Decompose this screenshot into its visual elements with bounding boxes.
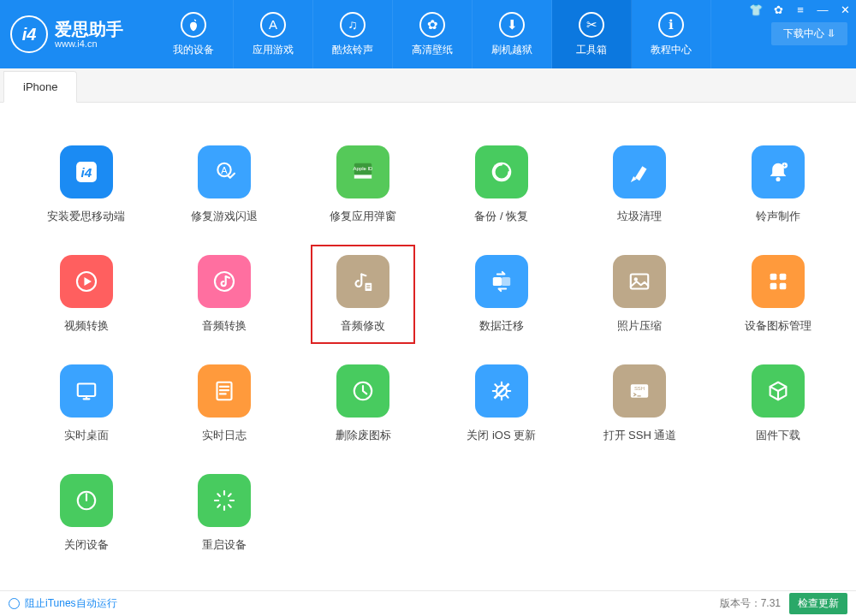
tool-label: 垃圾清理 <box>617 209 662 224</box>
tool-monitor[interactable]: 实时桌面 <box>43 364 130 443</box>
power-icon <box>60 474 113 527</box>
tool-grid: i4安装爱思移动端A修复游戏闪退Apple ID修复应用弹窗备份 / 恢复垃圾清… <box>43 145 822 553</box>
nav-label: 高清壁纸 <box>412 43 453 57</box>
svg-text:i4: i4 <box>80 165 92 180</box>
shirt-icon[interactable]: 👕 <box>748 3 764 16</box>
tool-backup[interactable]: 备份 / 恢复 <box>458 145 545 224</box>
tool-grid[interactable]: 设备图标管理 <box>734 255 822 334</box>
tool-ssh[interactable]: SSH打开 SSH 通道 <box>597 364 684 443</box>
svg-rect-20 <box>770 274 777 281</box>
svg-rect-17 <box>502 277 510 286</box>
tool-label: 修复游戏闪退 <box>191 209 258 224</box>
nav-label: 教程中心 <box>651 43 692 57</box>
play-icon <box>60 255 113 308</box>
nav-label: 工具箱 <box>576 43 607 57</box>
logo-icon: i4 <box>10 15 48 53</box>
footer: 阻止iTunes自动运行 版本号：7.31 检查更新 <box>0 590 856 616</box>
svg-rect-6 <box>354 175 372 178</box>
nav-item-1[interactable]: A应用游戏 <box>234 0 313 68</box>
nav-label: 刷机越狱 <box>491 43 532 57</box>
tool-cube[interactable]: 固件下载 <box>734 364 822 443</box>
tool-brush[interactable]: 垃圾清理 <box>597 145 684 224</box>
tool-musicedit[interactable]: 音频修改 <box>312 246 413 342</box>
clock-icon <box>336 364 389 418</box>
gearoff-icon <box>475 364 528 418</box>
tool-clock[interactable]: 删除废图标 <box>319 364 407 443</box>
tool-transfer[interactable]: 数据迁移 <box>458 255 545 334</box>
tool-label: 打开 SSH 通道 <box>603 428 677 443</box>
tool-power[interactable]: 关闭设备 <box>43 474 130 553</box>
app-subtitle: www.i4.cn <box>55 38 123 49</box>
svg-point-19 <box>634 277 638 281</box>
block-itunes-toggle[interactable]: 阻止iTunes自动运行 <box>9 596 117 611</box>
svg-rect-21 <box>780 274 787 281</box>
main-nav: 我的设备A应用游戏♫酷炫铃声✿高清壁纸⬇刷机越狱✂工具箱ℹ教程中心 <box>154 0 711 68</box>
nav-label: 我的设备 <box>173 43 214 57</box>
ssh-icon: SSH <box>613 364 666 418</box>
appcheck-icon: A <box>198 145 251 198</box>
window-controls: 👕 ✿ ≡ — ✕ <box>748 3 853 16</box>
musicedit-icon <box>336 255 389 308</box>
nav-item-4[interactable]: ⬇刷机越狱 <box>473 0 552 68</box>
minimize-button[interactable]: — <box>815 3 830 16</box>
tool-label: 实时桌面 <box>64 428 109 443</box>
nav-item-3[interactable]: ✿高清壁纸 <box>393 0 473 68</box>
grid-icon <box>752 255 805 308</box>
svg-text:+: + <box>783 163 787 169</box>
tool-play[interactable]: 视频转换 <box>43 255 130 334</box>
tool-label: 铃声制作 <box>756 209 800 224</box>
download-icon: ⥥ <box>827 27 835 39</box>
svg-rect-15 <box>366 287 370 288</box>
check-update-button[interactable]: 检查更新 <box>789 593 847 614</box>
photo-icon <box>613 255 666 308</box>
restart-icon <box>198 474 251 527</box>
nav-label: 应用游戏 <box>253 43 294 57</box>
download-center-button[interactable]: 下载中心 ⥥ <box>771 22 847 45</box>
content-area: i4安装爱思移动端A修复游戏闪退Apple ID修复应用弹窗备份 / 恢复垃圾清… <box>0 103 856 590</box>
backup-icon <box>475 145 528 198</box>
nav-item-5[interactable]: ✂工具箱 <box>552 0 632 68</box>
app-title: 爱思助手 <box>55 20 123 38</box>
nav-item-6[interactable]: ℹ教程中心 <box>632 0 711 68</box>
nav-icon: ✿ <box>419 12 445 38</box>
tab-iphone[interactable]: iPhone <box>3 71 77 103</box>
brush-icon <box>613 145 666 198</box>
tool-i4[interactable]: i4安装爱思移动端 <box>43 145 130 224</box>
tool-photo[interactable]: 照片压缩 <box>597 255 684 334</box>
close-button[interactable]: ✕ <box>837 3 853 16</box>
tool-label: 数据迁移 <box>479 318 524 334</box>
appleid-icon: Apple ID <box>336 145 389 198</box>
tool-label: 实时日志 <box>202 428 247 443</box>
settings-icon[interactable]: ✿ <box>770 3 786 16</box>
logo-area: i4 爱思助手 www.i4.cn <box>0 15 154 53</box>
tool-bell[interactable]: +铃声制作 <box>734 145 822 224</box>
tool-appcheck[interactable]: A修复游戏闪退 <box>181 145 269 224</box>
tool-music[interactable]: 音频转换 <box>181 255 269 334</box>
i4-icon: i4 <box>60 145 113 198</box>
tool-restart[interactable]: 重启设备 <box>181 474 269 553</box>
tab-bar: iPhone <box>0 68 856 103</box>
svg-rect-13 <box>366 283 372 291</box>
nav-item-0[interactable]: 我的设备 <box>154 0 234 68</box>
tool-label: 关闭设备 <box>64 537 109 553</box>
svg-rect-22 <box>770 283 777 290</box>
tool-label: 音频修改 <box>341 318 385 334</box>
tool-label: 备份 / 恢复 <box>474 209 528 224</box>
cube-icon <box>752 364 805 418</box>
tool-label: 音频转换 <box>202 318 247 334</box>
tool-gearoff[interactable]: 关闭 iOS 更新 <box>458 364 545 443</box>
svg-rect-16 <box>493 277 502 286</box>
nav-item-2[interactable]: ♫酷炫铃声 <box>313 0 393 68</box>
nav-icon: ℹ <box>658 12 684 38</box>
tool-log[interactable]: 实时日志 <box>181 364 269 443</box>
version-text: 版本号：7.31 <box>720 596 781 611</box>
tool-label: 修复应用弹窗 <box>330 209 396 224</box>
main-header: i4 爱思助手 www.i4.cn 我的设备A应用游戏♫酷炫铃声✿高清壁纸⬇刷机… <box>0 0 856 68</box>
nav-icon: ⬇ <box>499 12 525 38</box>
download-center-label: 下载中心 <box>783 27 824 39</box>
tool-label: 删除废图标 <box>336 428 391 443</box>
svg-point-8 <box>776 177 781 181</box>
tool-appleid[interactable]: Apple ID修复应用弹窗 <box>319 145 407 224</box>
tool-label: 安装爱思移动端 <box>47 209 125 224</box>
menu-icon[interactable]: ≡ <box>793 3 808 16</box>
